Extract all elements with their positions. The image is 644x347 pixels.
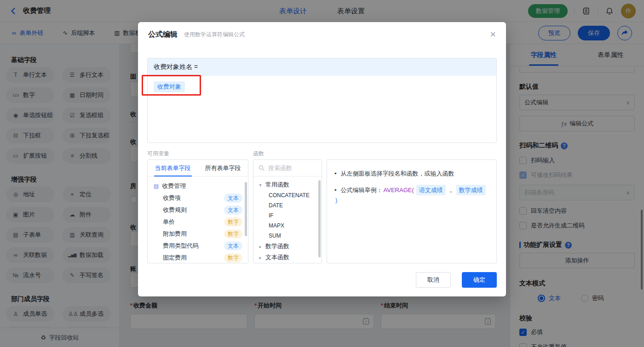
variable-type-badge: 文本 [224, 193, 242, 203]
variable-type-badge: 文本 [224, 241, 242, 250]
function-group-name: 常用函数 [265, 181, 289, 189]
variable-name: 单价 [163, 218, 224, 226]
functions-scrollbar-thumb[interactable] [318, 180, 321, 257]
formula-field-chip[interactable]: 收费对象 [154, 81, 185, 92]
function-search [253, 160, 322, 176]
functions-panel: ▾常用函数CONCATENATEDATEIFMAPXSUM▸数学函数▸文本函数 [253, 159, 322, 263]
variable-row[interactable]: 附加费用数字 [148, 228, 248, 240]
bullet: • [334, 185, 337, 195]
variable-row[interactable]: 固定费用数字 [148, 252, 248, 263]
variables-label: 可用变量 [147, 150, 248, 158]
functions-label: 函数 [253, 150, 322, 158]
tab-current-form-fields[interactable]: 当前表单字段 [148, 160, 198, 176]
help-arg-chip: 数学成绩 [456, 185, 486, 195]
variable-name: 费用类型代码 [163, 242, 224, 250]
variables-panel: 当前表单字段 所有表单字段 ▤ 收费管理 收费项文本收费规则文本单价数字附加费用… [147, 159, 248, 263]
variable-row[interactable]: 收费规则文本 [148, 204, 248, 216]
chevron-right-icon: ▸ [258, 255, 263, 260]
variable-name: 收费规则 [163, 206, 224, 214]
function-item[interactable]: CONCATENATE [253, 190, 322, 200]
function-group-name: 数学函数 [265, 242, 289, 250]
variable-type-badge: 数字 [224, 217, 242, 227]
function-item[interactable]: IF [253, 210, 322, 221]
search-icon [259, 165, 264, 171]
help-tip-1: 从左侧面板选择字段名和函数，或输入函数 [341, 169, 454, 178]
function-group[interactable]: ▸数学函数 [253, 241, 322, 252]
function-item[interactable]: SUM [253, 231, 322, 241]
chevron-right-icon: ▸ [258, 244, 263, 249]
variable-type-badge: 数字 [224, 253, 242, 262]
variable-name: 固定费用 [163, 254, 224, 262]
variable-type-badge: 数字 [224, 229, 242, 239]
variable-row[interactable]: 收费项文本 [148, 192, 248, 204]
function-group-name: 文本函数 [265, 253, 289, 262]
formula-editor-modal: 公式编辑 使用数学运算符编辑公式 × 收费对象姓名 = 收费对象 可用变量 函数… [138, 22, 506, 296]
variables-scrollbar-thumb[interactable] [245, 182, 247, 236]
help-function-name: AVERAGE( [384, 185, 414, 195]
bullet: • [334, 169, 337, 178]
function-item[interactable]: MAPX [253, 221, 322, 231]
formula-content-area[interactable]: 收费对象 [148, 76, 496, 143]
form-tree-node[interactable]: ▤ 收费管理 [148, 180, 248, 192]
variable-row[interactable]: 单价数字 [148, 216, 248, 228]
formula-target-label: 收费对象姓名 = [148, 58, 496, 76]
variable-name: 收费项 [163, 194, 224, 202]
modal-subtitle: 使用数学运算符编辑公式 [184, 31, 245, 39]
help-comma: ， [448, 185, 454, 195]
help-arg-chip: 语文成绩 [416, 185, 446, 195]
function-group[interactable]: ▸文本函数 [253, 252, 322, 263]
cancel-button[interactable]: 取消 [416, 272, 451, 288]
variable-row[interactable]: 费用类型代码文本 [148, 240, 248, 252]
tab-all-form-fields[interactable]: 所有表单字段 [198, 160, 248, 176]
formula-editor-box: 收费对象姓名 = 收费对象 [147, 58, 497, 143]
confirm-button[interactable]: 确定 [462, 272, 497, 288]
modal-title: 公式编辑 [148, 30, 178, 40]
variable-name: 附加费用 [163, 230, 224, 238]
help-tip-2-prefix: 公式编辑举例： [341, 185, 383, 195]
chevron-down-icon: ▾ [258, 182, 263, 188]
function-item[interactable]: DATE [253, 200, 322, 210]
function-search-input[interactable] [268, 165, 314, 171]
help-close-paren: ) [335, 195, 337, 205]
form-doc-icon: ▤ [154, 183, 159, 189]
formula-help-panel: • 从左侧面板选择字段名和函数，或输入函数 • 公式编辑举例： AVERAGE(… [327, 159, 497, 263]
variable-type-badge: 文本 [224, 205, 242, 215]
function-group[interactable]: ▾常用函数 [253, 179, 322, 190]
form-name: 收费管理 [162, 182, 186, 190]
close-icon[interactable]: × [490, 29, 496, 40]
